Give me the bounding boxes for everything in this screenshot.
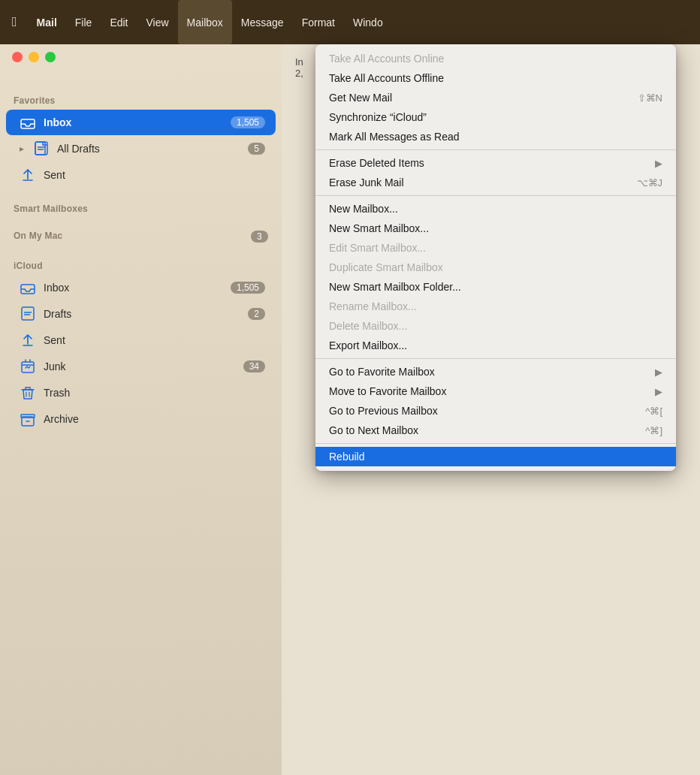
menu-item-label: Go to Next Mailbox	[329, 424, 418, 436]
sent-label: Sent	[44, 169, 265, 181]
menu-item-take-all-online[interactable]: Take All Accounts Online	[315, 49, 676, 68]
on-my-mac-section-label: On My Mac 3	[0, 222, 282, 246]
menu-item-label: Go to Favorite Mailbox	[329, 366, 435, 378]
menubar:  Mail File Edit View Mailbox Message Fo…	[0, 0, 700, 44]
window-menu-item[interactable]: Windo	[344, 0, 392, 44]
message-menu-item[interactable]: Message	[232, 0, 293, 44]
menu-item-label: Go to Previous Mailbox	[329, 405, 438, 417]
menu-item-edit-smart-mailbox[interactable]: Edit Smart Mailbox...	[315, 238, 676, 258]
all-drafts-label: All Drafts	[57, 143, 240, 155]
separator-1	[315, 149, 676, 150]
icloud-drafts-badge: 2	[248, 308, 265, 320]
menu-item-label: Rename Mailbox...	[329, 300, 417, 312]
smart-mailboxes-section-label: Smart Mailboxes	[0, 195, 282, 217]
window-controls	[12, 52, 56, 62]
menu-item-go-to-favorite[interactable]: Go to Favorite Mailbox ▶	[315, 362, 676, 381]
minimize-button[interactable]	[29, 52, 39, 62]
sidebar-item-all-drafts[interactable]: ▸ All Drafts 5	[6, 136, 276, 161]
shortcut-get-new-mail: ⇧⌘N	[638, 92, 662, 104]
menu-item-move-to-favorite[interactable]: Move to Favorite Mailbox ▶	[315, 381, 676, 401]
sidebar-item-icloud-archive[interactable]: Archive	[6, 406, 276, 432]
menu-item-duplicate-smart-mailbox[interactable]: Duplicate Smart Mailbox	[315, 258, 676, 277]
menu-item-mark-all-read[interactable]: Mark All Messages as Read	[315, 127, 676, 146]
menu-item-new-smart-mailbox-folder[interactable]: New Smart Mailbox Folder...	[315, 277, 676, 297]
separator-2	[315, 195, 676, 196]
maximize-button[interactable]	[45, 52, 56, 62]
separator-4	[315, 443, 676, 444]
menu-item-rename-mailbox[interactable]: Rename Mailbox...	[315, 297, 676, 316]
sidebar-item-inbox[interactable]: Inbox 1,505	[6, 110, 276, 135]
menu-item-erase-deleted[interactable]: Erase Deleted Items ▶	[315, 153, 676, 173]
menu-item-label: Take All Accounts Online	[329, 53, 444, 65]
menu-item-erase-junk[interactable]: Erase Junk Mail ⌥⌘J	[315, 173, 676, 192]
format-menu-item[interactable]: Format	[293, 0, 344, 44]
menu-item-label: New Mailbox...	[329, 203, 398, 215]
sidebar: Favorites Inbox 1,505 ▸ All Drafts 5	[0, 44, 282, 775]
sidebar-item-sent[interactable]: Sent	[6, 162, 276, 188]
separator-3	[315, 358, 676, 359]
menu-item-go-next[interactable]: Go to Next Mailbox ^⌘]	[315, 421, 676, 440]
menu-item-export-mailbox[interactable]: Export Mailbox...	[315, 336, 676, 355]
mail-menu-item[interactable]: Mail	[28, 0, 66, 44]
edit-menu-item[interactable]: Edit	[101, 0, 137, 44]
icloud-junk-icon	[20, 358, 36, 375]
all-drafts-chevron: ▸	[20, 143, 24, 154]
menu-item-label: Rebuild	[329, 451, 364, 463]
sidebar-item-icloud-sent[interactable]: Sent	[6, 327, 276, 353]
menu-item-label: Get New Mail	[329, 92, 392, 104]
file-menu-item[interactable]: File	[66, 0, 101, 44]
menu-item-go-previous[interactable]: Go to Previous Mailbox ^⌘[	[315, 401, 676, 421]
menu-item-label: Synchronize “iCloud”	[329, 111, 427, 123]
icloud-section-label: iCloud	[0, 252, 282, 274]
sidebar-item-icloud-drafts[interactable]: Drafts 2	[6, 301, 276, 327]
sidebar-item-icloud-trash[interactable]: Trash	[6, 380, 276, 406]
menu-item-label: Move to Favorite Mailbox	[329, 385, 446, 397]
inbox-icon	[20, 114, 36, 131]
menu-item-label: New Smart Mailbox Folder...	[329, 281, 461, 293]
menu-item-take-all-offline[interactable]: Take All Accounts Offline	[315, 68, 676, 88]
favorites-section-label: Favorites	[0, 86, 282, 109]
menu-item-delete-mailbox[interactable]: Delete Mailbox...	[315, 316, 676, 336]
sent-icon	[20, 167, 36, 183]
view-menu-item[interactable]: View	[137, 0, 178, 44]
svg-rect-9	[21, 415, 35, 418]
sidebar-item-icloud-junk[interactable]: Junk 34	[6, 354, 276, 379]
menu-item-new-smart-mailbox[interactable]: New Smart Mailbox...	[315, 219, 676, 238]
submenu-arrow: ▶	[655, 158, 662, 169]
menu-item-label: Erase Junk Mail	[329, 176, 404, 188]
menu-item-new-mailbox[interactable]: New Mailbox...	[315, 199, 676, 219]
submenu-arrow-move-favorite: ▶	[655, 386, 662, 397]
menu-item-label: Export Mailbox...	[329, 339, 407, 351]
apple-menu[interactable]: 	[9, 0, 28, 44]
shortcut-go-next: ^⌘]	[645, 425, 662, 436]
close-button[interactable]	[12, 52, 23, 62]
menu-item-label: Mark All Messages as Read	[329, 131, 460, 143]
sidebar-item-icloud-inbox[interactable]: Inbox 1,505	[6, 275, 276, 300]
icloud-drafts-icon	[20, 306, 36, 322]
menu-item-label: Edit Smart Mailbox...	[329, 242, 426, 254]
on-my-mac-badge: 3	[251, 231, 268, 243]
mailbox-menu-item[interactable]: Mailbox	[178, 0, 232, 44]
mailbox-dropdown: Take All Accounts Online Take All Accoun…	[315, 44, 676, 471]
svg-rect-1	[35, 142, 45, 155]
menu-item-get-new-mail[interactable]: Get New Mail ⇧⌘N	[315, 88, 676, 107]
shortcut-erase-junk: ⌥⌘J	[637, 177, 663, 188]
menu-item-label: Erase Deleted Items	[329, 157, 424, 169]
icloud-sent-icon	[20, 332, 36, 348]
inbox-badge: 1,505	[231, 116, 265, 128]
draft-icon	[33, 140, 50, 157]
submenu-arrow-go-favorite: ▶	[655, 366, 662, 378]
icloud-inbox-label: Inbox	[44, 282, 223, 294]
shortcut-go-previous: ^⌘[	[645, 406, 662, 417]
svg-rect-5	[22, 307, 34, 320]
icloud-trash-label: Trash	[44, 387, 265, 399]
inbox-label: Inbox	[44, 116, 223, 128]
icloud-archive-icon	[20, 411, 36, 427]
icloud-inbox-badge: 1,505	[231, 282, 265, 294]
menu-item-rebuild[interactable]: Rebuild	[315, 447, 676, 466]
menu-item-label: Take All Accounts Offline	[329, 72, 444, 84]
menu-item-synchronize-icloud[interactable]: Synchronize “iCloud”	[315, 107, 676, 127]
icloud-junk-badge: 34	[243, 360, 265, 372]
icloud-drafts-label: Drafts	[44, 308, 240, 320]
icloud-trash-icon	[20, 384, 36, 401]
